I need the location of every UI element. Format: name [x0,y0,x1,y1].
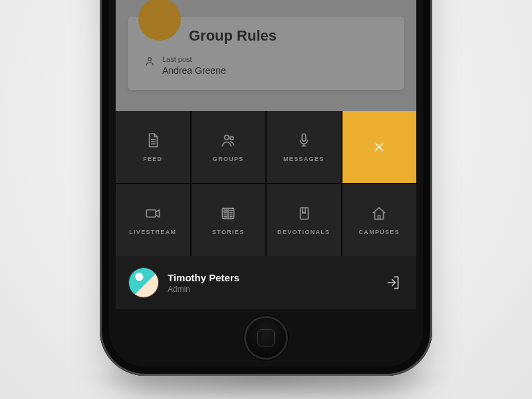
menu-tile-stories[interactable]: STORIES [192,184,266,256]
svg-rect-4 [146,210,156,217]
account-row: Timothy Peters Admin [116,256,416,309]
user-avatar[interactable] [129,268,158,297]
account-identity: Timothy Peters Admin [168,272,239,294]
menu-tile-feed[interactable]: FEED [116,111,190,183]
newspaper-icon [219,205,237,222]
people-icon [219,132,237,149]
phone-device-frame: Group Rules Last post Andrea Greene [100,0,432,376]
menu-tile-messages[interactable]: MESSAGES [267,111,341,183]
svg-point-1 [225,135,229,140]
video-icon [144,205,162,222]
menu-tile-label: LIVESTREAM [129,229,176,235]
account-name: Timothy Peters [168,272,239,283]
menu-tile-label: CAMPUSES [359,229,400,235]
document-icon [144,132,162,149]
account-role: Admin [168,285,239,294]
menu-tile-campuses[interactable]: CAMPUSES [342,184,417,256]
bookmark-icon [295,205,313,222]
menu-tile-label: GROUPS [213,156,244,162]
navigation-menu-panel: FEED GROUPS MESSAGES [116,111,416,309]
svg-rect-6 [224,210,227,213]
svg-rect-3 [302,134,305,141]
device-home-button [244,316,288,360]
menu-tile-grid: FEED GROUPS MESSAGES [116,111,416,256]
menu-tile-label: MESSAGES [283,156,324,162]
menu-tile-label: STORIES [212,229,244,235]
menu-tile-groups[interactable]: GROUPS [192,111,266,183]
menu-tile-label: FEED [143,156,162,162]
microphone-icon [295,132,313,149]
svg-point-2 [230,136,233,140]
phone-screen: Group Rules Last post Andrea Greene [116,0,416,309]
menu-close-button[interactable] [342,111,417,183]
sign-out-icon [384,274,402,291]
menu-tile-devotionals[interactable]: DEVOTIONALS [267,184,341,256]
menu-tile-label: DEVOTIONALS [277,229,330,235]
close-icon [372,140,386,154]
menu-tile-livestream[interactable]: LIVESTREAM [116,184,190,256]
sign-out-button[interactable] [383,273,403,293]
home-icon [370,205,388,222]
svg-rect-7 [300,207,308,219]
